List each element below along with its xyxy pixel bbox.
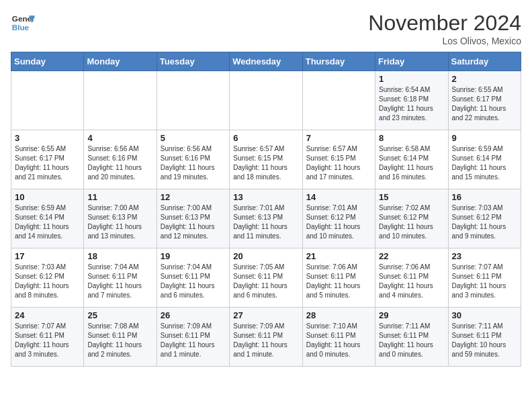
calendar-cell: 30Sunrise: 7:11 AM Sunset: 6:11 PM Dayli… — [448, 308, 521, 367]
day-number: 7 — [306, 133, 371, 143]
day-number: 11 — [87, 192, 152, 202]
day-number: 8 — [379, 133, 444, 143]
day-info: Sunrise: 7:04 AM Sunset: 6:11 PM Dayligh… — [87, 263, 152, 300]
day-info: Sunrise: 6:57 AM Sunset: 6:15 PM Dayligh… — [306, 144, 371, 182]
day-info: Sunrise: 6:59 AM Sunset: 6:14 PM Dayligh… — [452, 144, 517, 182]
day-info: Sunrise: 6:57 AM Sunset: 6:15 PM Dayligh… — [233, 144, 298, 182]
day-info: Sunrise: 7:11 AM Sunset: 6:11 PM Dayligh… — [379, 322, 444, 359]
calendar-cell: 17Sunrise: 7:03 AM Sunset: 6:12 PM Dayli… — [11, 248, 84, 308]
calendar-cell: 16Sunrise: 7:03 AM Sunset: 6:12 PM Dayli… — [448, 189, 521, 248]
col-header-thursday: Thursday — [302, 52, 375, 71]
day-info: Sunrise: 6:59 AM Sunset: 6:14 PM Dayligh… — [15, 203, 80, 241]
calendar-cell: 23Sunrise: 7:07 AM Sunset: 6:11 PM Dayli… — [448, 248, 521, 308]
day-info: Sunrise: 6:54 AM Sunset: 6:18 PM Dayligh… — [379, 85, 444, 123]
day-info: Sunrise: 7:00 AM Sunset: 6:13 PM Dayligh… — [87, 203, 152, 241]
day-number: 27 — [233, 310, 298, 320]
day-info: Sunrise: 7:06 AM Sunset: 6:11 PM Dayligh… — [379, 263, 444, 300]
day-number: 26 — [161, 310, 226, 320]
day-info: Sunrise: 7:04 AM Sunset: 6:11 PM Dayligh… — [161, 263, 226, 300]
day-number: 1 — [379, 74, 444, 84]
calendar-cell: 28Sunrise: 7:10 AM Sunset: 6:11 PM Dayli… — [302, 308, 375, 367]
day-info: Sunrise: 7:07 AM Sunset: 6:11 PM Dayligh… — [452, 263, 517, 300]
day-info: Sunrise: 7:02 AM Sunset: 6:12 PM Dayligh… — [379, 203, 444, 241]
day-info: Sunrise: 7:07 AM Sunset: 6:11 PM Dayligh… — [15, 322, 80, 359]
day-number: 29 — [379, 310, 444, 320]
day-number: 12 — [161, 192, 226, 202]
col-header-monday: Monday — [84, 52, 157, 71]
calendar-cell: 12Sunrise: 7:00 AM Sunset: 6:13 PM Dayli… — [157, 189, 229, 248]
day-info: Sunrise: 7:03 AM Sunset: 6:12 PM Dayligh… — [15, 263, 80, 300]
calendar-cell: 1Sunrise: 6:54 AM Sunset: 6:18 PM Daylig… — [375, 71, 448, 130]
calendar-week-5: 24Sunrise: 7:07 AM Sunset: 6:11 PM Dayli… — [11, 308, 521, 367]
day-number: 2 — [452, 74, 517, 84]
calendar-cell — [11, 71, 84, 130]
logo-icon: General Blue — [11, 11, 35, 35]
day-number: 23 — [452, 251, 517, 261]
calendar-cell: 21Sunrise: 7:06 AM Sunset: 6:11 PM Dayli… — [302, 248, 375, 308]
day-info: Sunrise: 7:09 AM Sunset: 6:11 PM Dayligh… — [233, 322, 298, 359]
calendar-cell: 4Sunrise: 6:56 AM Sunset: 6:16 PM Daylig… — [84, 130, 157, 189]
day-number: 16 — [452, 192, 517, 202]
calendar-cell: 15Sunrise: 7:02 AM Sunset: 6:12 PM Dayli… — [375, 189, 448, 248]
calendar-cell: 29Sunrise: 7:11 AM Sunset: 6:11 PM Dayli… — [375, 308, 448, 367]
calendar-cell: 19Sunrise: 7:04 AM Sunset: 6:11 PM Dayli… — [157, 248, 229, 308]
calendar-cell: 24Sunrise: 7:07 AM Sunset: 6:11 PM Dayli… — [11, 308, 84, 367]
day-number: 15 — [379, 192, 444, 202]
calendar-cell: 20Sunrise: 7:05 AM Sunset: 6:11 PM Dayli… — [230, 248, 302, 308]
day-info: Sunrise: 6:56 AM Sunset: 6:16 PM Dayligh… — [161, 144, 226, 182]
calendar-week-3: 10Sunrise: 6:59 AM Sunset: 6:14 PM Dayli… — [11, 189, 521, 248]
day-info: Sunrise: 7:03 AM Sunset: 6:12 PM Dayligh… — [452, 203, 517, 241]
month-title: November 2024 — [368, 11, 521, 36]
day-info: Sunrise: 7:05 AM Sunset: 6:11 PM Dayligh… — [233, 263, 298, 300]
day-number: 19 — [161, 251, 226, 261]
calendar-cell: 7Sunrise: 6:57 AM Sunset: 6:15 PM Daylig… — [302, 130, 375, 189]
calendar-week-2: 3Sunrise: 6:55 AM Sunset: 6:17 PM Daylig… — [11, 130, 521, 189]
day-info: Sunrise: 7:01 AM Sunset: 6:12 PM Dayligh… — [306, 203, 371, 241]
col-header-sunday: Sunday — [11, 52, 84, 71]
day-number: 18 — [87, 251, 152, 261]
day-number: 21 — [306, 251, 371, 261]
calendar-cell: 11Sunrise: 7:00 AM Sunset: 6:13 PM Dayli… — [84, 189, 157, 248]
day-number: 5 — [161, 133, 226, 143]
day-number: 24 — [15, 310, 80, 320]
calendar-cell: 10Sunrise: 6:59 AM Sunset: 6:14 PM Dayli… — [11, 189, 84, 248]
calendar-cell: 22Sunrise: 7:06 AM Sunset: 6:11 PM Dayli… — [375, 248, 448, 308]
calendar-cell: 18Sunrise: 7:04 AM Sunset: 6:11 PM Dayli… — [84, 248, 157, 308]
page-header: General Blue November 2024 Los Olivos, M… — [11, 11, 521, 46]
calendar-week-1: 1Sunrise: 6:54 AM Sunset: 6:18 PM Daylig… — [11, 71, 521, 130]
calendar-cell: 27Sunrise: 7:09 AM Sunset: 6:11 PM Dayli… — [230, 308, 302, 367]
day-number: 30 — [452, 310, 517, 320]
day-number: 22 — [379, 251, 444, 261]
day-number: 10 — [15, 192, 80, 202]
day-number: 28 — [306, 310, 371, 320]
col-header-saturday: Saturday — [448, 52, 521, 71]
svg-text:Blue: Blue — [12, 23, 30, 32]
day-number: 17 — [15, 251, 80, 261]
day-number: 25 — [87, 310, 152, 320]
calendar-cell — [230, 71, 302, 130]
calendar-cell: 8Sunrise: 6:58 AM Sunset: 6:14 PM Daylig… — [375, 130, 448, 189]
calendar-week-4: 17Sunrise: 7:03 AM Sunset: 6:12 PM Dayli… — [11, 248, 521, 308]
calendar-cell: 5Sunrise: 6:56 AM Sunset: 6:16 PM Daylig… — [157, 130, 229, 189]
day-info: Sunrise: 7:08 AM Sunset: 6:11 PM Dayligh… — [87, 322, 152, 359]
day-info: Sunrise: 6:55 AM Sunset: 6:17 PM Dayligh… — [452, 85, 517, 123]
day-info: Sunrise: 7:11 AM Sunset: 6:11 PM Dayligh… — [452, 322, 517, 359]
day-number: 13 — [233, 192, 298, 202]
day-number: 20 — [233, 251, 298, 261]
calendar-cell: 2Sunrise: 6:55 AM Sunset: 6:17 PM Daylig… — [448, 71, 521, 130]
calendar-cell: 9Sunrise: 6:59 AM Sunset: 6:14 PM Daylig… — [448, 130, 521, 189]
calendar-cell: 6Sunrise: 6:57 AM Sunset: 6:15 PM Daylig… — [230, 130, 302, 189]
calendar-cell: 25Sunrise: 7:08 AM Sunset: 6:11 PM Dayli… — [84, 308, 157, 367]
day-number: 4 — [87, 133, 152, 143]
day-info: Sunrise: 6:55 AM Sunset: 6:17 PM Dayligh… — [15, 144, 80, 182]
location: Los Olivos, Mexico — [368, 36, 521, 46]
calendar-cell: 13Sunrise: 7:01 AM Sunset: 6:13 PM Dayli… — [230, 189, 302, 248]
calendar-cell: 3Sunrise: 6:55 AM Sunset: 6:17 PM Daylig… — [11, 130, 84, 189]
day-info: Sunrise: 7:10 AM Sunset: 6:11 PM Dayligh… — [306, 322, 371, 359]
day-info: Sunrise: 7:06 AM Sunset: 6:11 PM Dayligh… — [306, 263, 371, 300]
day-info: Sunrise: 7:00 AM Sunset: 6:13 PM Dayligh… — [161, 203, 226, 241]
calendar-cell — [157, 71, 229, 130]
calendar-table: SundayMondayTuesdayWednesdayThursdayFrid… — [11, 52, 521, 367]
calendar-cell: 26Sunrise: 7:09 AM Sunset: 6:11 PM Dayli… — [157, 308, 229, 367]
col-header-tuesday: Tuesday — [157, 52, 229, 71]
